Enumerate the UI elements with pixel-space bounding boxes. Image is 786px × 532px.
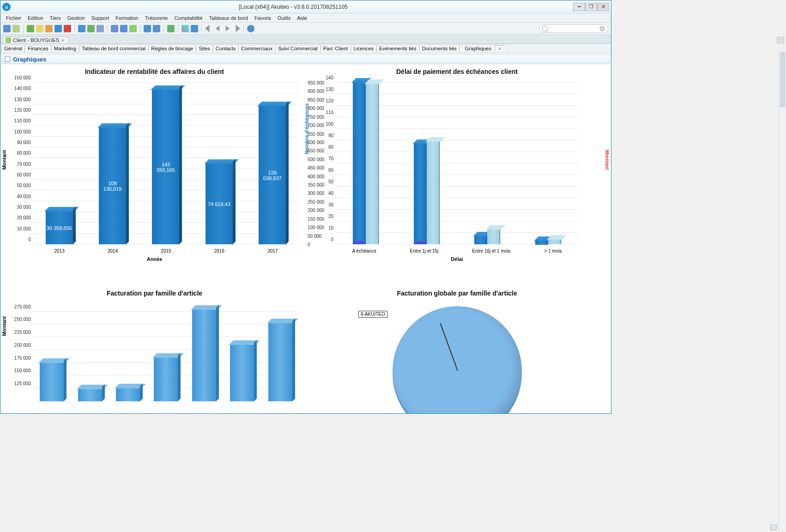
toolbar-separator [23,24,24,33]
new-icon[interactable] [27,25,34,32]
toolbar-separator [140,24,140,33]
content-area: Graphiques Indicateur de rentabilité des… [0,53,611,413]
tab-parc-client[interactable]: Parc Client [320,45,351,52]
edit-icon[interactable] [36,25,43,32]
menu-tableaux[interactable]: Tableaux de bord [206,14,251,22]
tab-marketing[interactable]: Marketing [51,45,79,52]
nav-last-icon[interactable] [233,25,240,32]
chart-bar-icon[interactable] [191,25,198,32]
tab-suivi-commercial[interactable]: Suivi Commercial [275,45,320,52]
toolbar: × [0,23,611,35]
chart-pie-icon[interactable] [181,25,189,32]
document-tab-bar: Client - BOUYGUES ✕ [0,35,611,44]
toolbar-separator [107,24,108,33]
tab-close-icon[interactable]: ✕ [61,38,65,43]
maximize-button[interactable]: ❐ [585,3,597,11]
client-icon [6,37,11,43]
app-icon: a [2,3,11,11]
open-icon[interactable] [12,25,20,32]
sort-icon[interactable] [153,25,160,32]
copy-icon[interactable] [54,25,62,32]
chart4-title: Facturation globale par famille d'articl… [308,290,606,297]
tab-commerciaux[interactable]: Commerciaux [238,45,275,52]
doc-icon[interactable] [45,25,53,32]
toolbar-separator [163,24,164,33]
chart1-title: Indicateur de rentabilité des affaires d… [5,68,304,75]
chart4-plot: 8-AKUITEO [308,306,606,413]
search-input[interactable]: × [539,24,608,33]
tab-general[interactable]: Général [1,45,25,52]
menu-outils[interactable]: Outils [275,14,293,22]
tree-icon[interactable] [129,25,137,32]
menu-comptabilite[interactable]: Comptabilité [171,14,205,22]
chart-facturation-famille: Facturation par famille d'article Montan… [3,288,306,399]
menu-aide[interactable]: Aide [294,14,310,22]
document-tab-label: Client - BOUYGUES [13,37,59,43]
nav-first-icon[interactable] [205,25,212,32]
tab-contacts[interactable]: Contacts [213,45,238,52]
menu-support[interactable]: Support [89,14,112,22]
toolbar-separator [178,24,178,33]
tab-sites[interactable]: Sites [196,45,212,52]
print-icon[interactable] [78,25,85,32]
tab-licences[interactable]: Licences [351,45,376,52]
tab-finances[interactable]: Finances [25,45,51,52]
menu-fichier[interactable]: Fichier [3,14,24,22]
clear-search-icon[interactable]: × [599,26,605,31]
chart3-title: Facturation par famille d'article [5,290,304,297]
toolbar-separator [243,24,244,33]
charts-grid: Indicateur de rentabilité des affaires d… [0,65,611,413]
tab-graphiques[interactable]: Graphiques✕ [460,45,507,52]
tab-documents[interactable]: Documents liés [419,45,460,52]
add-icon[interactable] [167,25,175,32]
chart-delai-paiement: Délai de paiement des échéances client N… [306,66,608,288]
section-title: Graphiques [13,56,46,63]
menu-edition[interactable]: Edition [25,14,46,22]
chart2-title: Délai de paiement des échéances client [308,68,606,75]
menu-favoris[interactable]: Favoris [252,14,274,22]
menu-formation[interactable]: Formation [113,14,141,22]
tab-tableau-bord[interactable]: Tableau de bord commercial [79,45,148,52]
chart-facturation-globale: Facturation globale par famille d'articl… [306,288,608,399]
delete-icon[interactable] [64,25,71,32]
inner-tab-bar: Général Finances Marketing Tableau de bo… [0,44,611,53]
pie-label: 8-AKUITEO [358,311,387,318]
chart3-plot: 125 000150 000175 000200 000225 000250 0… [5,300,304,401]
nav-next-icon[interactable] [224,25,231,32]
chart2-plot: Délai 0102030405060708090100110120130140… [308,78,606,263]
search-icon [542,26,548,31]
title-bar: a [Local (x64)] Akuiteo - v3.8.0.2017082… [0,0,611,13]
pie-slice [393,306,522,413]
grid-icon[interactable] [120,25,127,32]
collapse-icon[interactable] [5,56,10,62]
app-window: a [Local (x64)] Akuiteo - v3.8.0.2017082… [0,0,611,414]
refresh-icon[interactable] [97,25,104,32]
help-icon[interactable] [247,25,254,32]
list-icon[interactable] [111,25,118,32]
pie-leader-line [393,306,522,413]
export-icon[interactable] [87,25,95,32]
tab-regles-blocage[interactable]: Règles de blocage [148,45,196,52]
chart2-xlabel: Délai [308,256,606,262]
section-header: Graphiques [1,54,610,64]
menu-tiers[interactable]: Tiers [47,14,64,22]
nav-prev-icon[interactable] [214,25,222,32]
minimize-button[interactable]: ━ [573,3,585,11]
toolbar-separator [201,24,202,33]
chart1-plot: Année 010 00020 00030 00040 00050 00060 … [5,78,304,263]
document-tab[interactable]: Client - BOUYGUES ✕ [2,36,69,43]
window-title: [Local (x64)] Akuiteo - v3.8.0.201708251… [13,4,573,10]
window-close-button[interactable]: ✕ [597,3,609,11]
chart-rentabilite: Indicateur de rentabilité des affaires d… [3,66,306,288]
menu-bar: Fichier Edition Tiers Gestion Support Fo… [0,13,611,23]
chart1-xlabel: Année [5,256,304,262]
filter-icon[interactable] [144,25,151,32]
save-icon[interactable] [3,25,11,32]
toolbar-separator [74,24,75,33]
tab-evenements[interactable]: Evénements liés [376,45,419,52]
inner-tab-close-icon[interactable]: ✕ [495,45,504,52]
menu-tresorerie[interactable]: Trésorerie [142,14,171,22]
menu-gestion[interactable]: Gestion [65,14,88,22]
